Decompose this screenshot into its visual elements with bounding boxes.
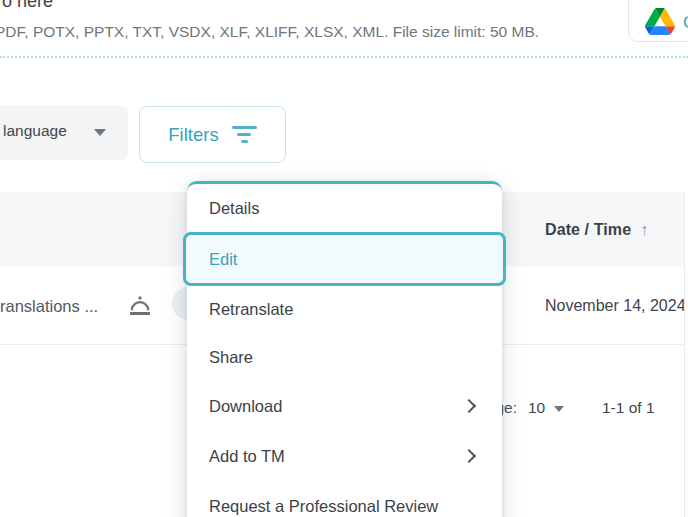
menu-item-share[interactable]: Share: [187, 333, 502, 381]
filter-funnel-icon: [232, 126, 257, 143]
card-right-border: [684, 192, 685, 517]
language-dropdown-label: language: [3, 122, 67, 140]
serving-dish-icon: [126, 291, 154, 319]
menu-item-label: Share: [209, 348, 253, 367]
menu-item-label: Download: [209, 397, 282, 416]
column-header-date-time[interactable]: Date / Time ↑: [545, 221, 648, 239]
dropzone-supported-formats: PDF, POTX, PPTX, TXT, VSDX, XLF, XLIFF, …: [0, 23, 539, 41]
menu-item-request-professional-review[interactable]: Request a Professional Review: [187, 481, 502, 517]
chevron-right-icon: [462, 449, 476, 463]
dropzone-heading: o here: [2, 0, 53, 12]
chevron-down-icon: [94, 129, 106, 136]
menu-item-label: Request a Professional Review: [209, 497, 438, 516]
menu-item-add-to-tm[interactable]: Add to TM: [187, 431, 502, 481]
google-drive-icon: [645, 8, 675, 35]
menu-item-retranslate[interactable]: Retranslate: [187, 286, 502, 333]
menu-item-details[interactable]: Details: [187, 184, 502, 232]
menu-item-download[interactable]: Download: [187, 381, 502, 431]
page-size-value: 10: [528, 399, 545, 417]
dropzone-dashed-border: [0, 56, 688, 58]
filters-button-label: Filters: [168, 124, 218, 146]
chevron-right-icon: [462, 399, 476, 413]
file-name-cell: ranslations ...: [0, 297, 98, 316]
date-time-label: Date / Time: [545, 221, 631, 239]
menu-item-label: Retranslate: [209, 300, 293, 319]
chevron-down-icon: [554, 406, 564, 412]
filters-button[interactable]: Filters: [139, 106, 286, 163]
date-time-cell: November 14, 2024: [545, 297, 684, 315]
target-language-dropdown[interactable]: language: [0, 105, 128, 160]
sort-ascending-icon: ↑: [640, 221, 648, 239]
pagination-range: 1-1 of 1: [602, 399, 655, 417]
google-drive-button-label: G: [683, 13, 688, 33]
menu-item-label: Details: [209, 199, 259, 218]
page-size-select[interactable]: 10: [528, 399, 564, 417]
menu-item-label: Add to TM: [209, 447, 285, 466]
row-context-menu: Details Edit Retranslate Share Download …: [187, 181, 502, 517]
menu-item-edit[interactable]: Edit: [183, 232, 506, 286]
menu-item-label: Edit: [209, 250, 237, 269]
